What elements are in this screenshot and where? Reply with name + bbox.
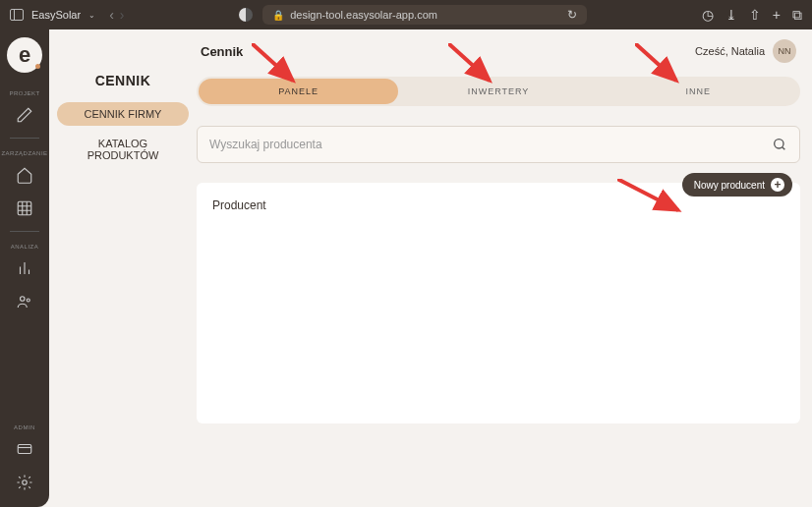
secondary-nav-item-katalog[interactable]: KATALOG PRODUKTÓW	[57, 132, 189, 167]
svg-point-1	[21, 297, 26, 302]
download-icon[interactable]: ⤓	[725, 7, 737, 23]
sidebar-toggle-icon[interactable]	[10, 9, 24, 21]
new-tab-icon[interactable]: +	[773, 7, 781, 23]
sidebar-section-label: ANALIZA	[11, 244, 39, 250]
sidebar-item-grid[interactable]	[12, 196, 37, 221]
browser-chrome: EasySolar ⌄ ‹ › 🔒 design-tool.easysolar-…	[0, 0, 812, 29]
search-box	[197, 126, 800, 163]
sidebar-item-settings[interactable]	[12, 470, 37, 495]
home-icon	[16, 166, 33, 184]
new-producer-button[interactable]: Nowy producent +	[682, 173, 792, 197]
sidebar-item-home[interactable]	[12, 162, 37, 188]
svg-rect-0	[18, 201, 31, 215]
search-input[interactable]	[209, 138, 772, 151]
search-icon[interactable]	[772, 137, 787, 152]
url-text: design-tool.easysolar-app.com	[290, 9, 437, 21]
browser-forward-icon[interactable]: ›	[120, 7, 125, 23]
secondary-nav: CENNIK CENNIK FIRMY KATALOG PRODUKTÓW	[49, 29, 197, 507]
users-icon	[16, 293, 33, 310]
edit-icon	[16, 106, 33, 124]
sidebar-item-billing[interactable]	[12, 436, 37, 462]
grid-icon	[16, 199, 33, 217]
tabs-icon[interactable]: ⧉	[792, 7, 802, 24]
svg-rect-3	[18, 445, 31, 454]
lock-icon: 🔒	[272, 10, 284, 21]
main-sidebar: e PROJEKT ZARZĄDZANIE ANALIZA ADMIN	[0, 29, 49, 507]
new-producer-label: Nowy producent	[694, 180, 765, 191]
sidebar-item-stats[interactable]	[12, 255, 37, 281]
panel-title: Producent	[212, 198, 784, 212]
browser-back-icon[interactable]: ‹	[109, 7, 114, 23]
contrast-icon[interactable]	[239, 8, 253, 22]
tab-panele[interactable]: PANELE	[199, 79, 398, 104]
chart-icon	[16, 259, 33, 277]
app-logo[interactable]: e	[7, 37, 42, 73]
url-bar[interactable]: 🔒 design-tool.easysolar-app.com ↻	[262, 5, 587, 25]
plus-icon: +	[771, 178, 784, 192]
tab-inwertery[interactable]: INWERTERY	[398, 79, 598, 104]
sidebar-section-label: ZARZĄDZANIE	[1, 150, 47, 156]
secondary-nav-item-cennik-firmy[interactable]: CENNIK FIRMY	[57, 102, 189, 126]
svg-point-2	[27, 299, 29, 302]
sidebar-section-label: ADMIN	[14, 424, 35, 430]
browser-site-name: EasySolar	[31, 9, 81, 21]
user-avatar[interactable]: NN	[773, 39, 796, 63]
share-icon[interactable]: ⇧	[749, 7, 761, 23]
tab-bar: PANELE INWERTERY INNE	[197, 77, 800, 106]
svg-point-5	[775, 140, 783, 148]
sidebar-section-label: PROJEKT	[9, 90, 39, 96]
producer-panel: Producent	[197, 183, 800, 423]
dropdown-icon[interactable]: ⌄	[88, 11, 95, 20]
tab-inne[interactable]: INNE	[599, 79, 798, 104]
sidebar-item-users[interactable]	[12, 289, 37, 314]
card-icon	[16, 440, 33, 458]
sidebar-item-edit[interactable]	[12, 102, 37, 128]
greeting-text: Cześć, Natalia	[695, 45, 765, 57]
history-icon[interactable]: ◷	[702, 7, 714, 23]
refresh-icon[interactable]: ↻	[567, 8, 577, 22]
page-title: Cennik	[201, 44, 243, 59]
svg-point-4	[23, 480, 28, 485]
secondary-nav-title: CENNIK	[57, 73, 189, 88]
main-content: Cennik Cześć, Natalia NN PANELE INWERTER…	[197, 29, 812, 507]
gear-icon	[16, 474, 33, 491]
